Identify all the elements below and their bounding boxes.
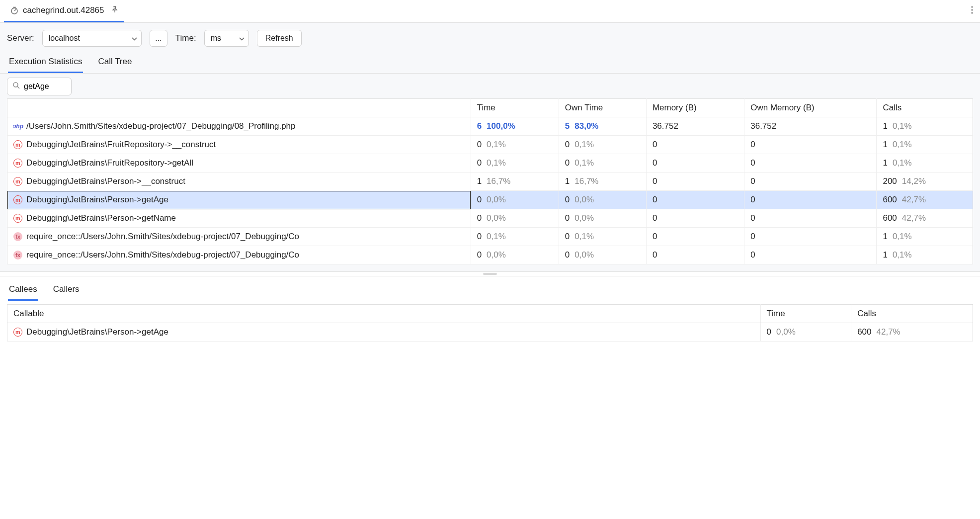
pin-icon[interactable] bbox=[111, 5, 118, 15]
table-row[interactable]: php/Users/John.Smith/Sites/xdebug-projec… bbox=[7, 117, 973, 136]
tab-call-tree[interactable]: Call Tree bbox=[97, 54, 133, 73]
callable-name: Debugging\JetBrains\FruitRepository->__c… bbox=[26, 140, 216, 150]
cell-time: 6100,0% bbox=[471, 117, 559, 136]
cell-calls: 60042,7% bbox=[877, 209, 973, 228]
refresh-button[interactable]: Refresh bbox=[257, 30, 302, 47]
col-memory[interactable]: Memory (B) bbox=[646, 99, 744, 117]
detail-panel: Callable Time Calls mDebugging\JetBrains… bbox=[0, 304, 980, 350]
col-callable[interactable]: Callable bbox=[7, 305, 761, 323]
stats-table: Time Own Time Memory (B) Own Memory (B) … bbox=[7, 98, 973, 264]
callable-name: Debugging\JetBrains\Person->__construct bbox=[26, 176, 185, 186]
callable-name: Debugging\JetBrains\Person->getAge bbox=[26, 327, 168, 337]
table-row[interactable]: mDebugging\JetBrains\FruitRepository->__… bbox=[7, 136, 973, 154]
table-row[interactable]: mDebugging\JetBrains\Person->getAge00,0%… bbox=[7, 191, 973, 209]
search-input[interactable] bbox=[24, 82, 66, 91]
file-tab-title: cachegrind.out.42865 bbox=[23, 5, 104, 15]
function-icon: fx bbox=[13, 232, 22, 241]
time-unit-select[interactable]: ms bbox=[204, 30, 249, 47]
callable-name: Debugging\JetBrains\Person->getAge bbox=[26, 195, 168, 205]
cell-own-time: 00,0% bbox=[559, 209, 646, 228]
cell-own-memory: 0 bbox=[744, 136, 877, 154]
method-icon: m bbox=[13, 328, 22, 337]
col-calls[interactable]: Calls bbox=[877, 99, 973, 117]
time-unit-value: ms bbox=[211, 34, 221, 43]
function-icon: fx bbox=[13, 251, 22, 260]
search-input-wrap[interactable] bbox=[7, 78, 72, 95]
col-own-time[interactable]: Own Time bbox=[559, 99, 646, 117]
file-tab[interactable]: cachegrind.out.42865 bbox=[4, 0, 124, 22]
method-icon: m bbox=[13, 159, 22, 168]
method-icon: m bbox=[13, 177, 22, 186]
col-callable[interactable] bbox=[7, 99, 471, 117]
cell-memory: 0 bbox=[646, 136, 744, 154]
search-icon bbox=[12, 82, 20, 91]
view-tabs: Execution Statistics Call Tree bbox=[0, 49, 980, 74]
time-label: Time: bbox=[175, 33, 196, 43]
cell-own-time: 00,0% bbox=[559, 246, 646, 264]
callable-name: require_once::/Users/John.Smith/Sites/xd… bbox=[26, 250, 299, 260]
table-header-row: Callable Time Calls bbox=[7, 305, 973, 323]
table-row[interactable]: mDebugging\JetBrains\Person->__construct… bbox=[7, 173, 973, 191]
callable-name: Debugging\JetBrains\FruitRepository->get… bbox=[26, 158, 193, 168]
cell-own-time: 00,0% bbox=[559, 191, 646, 209]
cell-memory: 0 bbox=[646, 246, 744, 264]
table-row[interactable]: mDebugging\JetBrains\FruitRepository->ge… bbox=[7, 154, 973, 173]
server-select[interactable]: localhost bbox=[42, 30, 142, 47]
table-row[interactable]: mDebugging\JetBrains\Person->getAge00,0%… bbox=[7, 323, 973, 342]
server-browse-button[interactable]: ... bbox=[150, 30, 167, 47]
callees-table: Callable Time Calls mDebugging\JetBrains… bbox=[7, 304, 973, 342]
cell-time: 00,0% bbox=[471, 246, 559, 264]
method-icon: m bbox=[13, 214, 22, 223]
cell-memory: 0 bbox=[646, 191, 744, 209]
cell-own-memory: 0 bbox=[744, 246, 877, 264]
col-own-memory[interactable]: Own Memory (B) bbox=[744, 99, 877, 117]
cell-calls: 20014,2% bbox=[877, 173, 973, 191]
cell-calls: 10,1% bbox=[877, 136, 973, 154]
cell-calls: 10,1% bbox=[877, 117, 973, 136]
cell-calls: 10,1% bbox=[877, 154, 973, 173]
callable-name: /Users/John.Smith/Sites/xdebug-project/0… bbox=[26, 121, 296, 131]
server-select-value: localhost bbox=[49, 34, 80, 43]
svg-point-6 bbox=[13, 83, 18, 87]
file-tab-bar: cachegrind.out.42865 bbox=[0, 0, 980, 23]
svg-point-5 bbox=[971, 12, 973, 13]
method-icon: m bbox=[13, 195, 22, 204]
tab-callers[interactable]: Callers bbox=[52, 281, 81, 301]
table-row[interactable]: mDebugging\JetBrains\Person->getName00,0… bbox=[7, 209, 973, 228]
svg-point-4 bbox=[971, 9, 973, 10]
cell-time: 00,0% bbox=[471, 209, 559, 228]
cell-own-time: 583,0% bbox=[559, 117, 646, 136]
cell-memory: 36.752 bbox=[646, 117, 744, 136]
col-calls[interactable]: Calls bbox=[851, 305, 973, 323]
php-file-icon: php bbox=[13, 122, 22, 131]
svg-line-1 bbox=[14, 9, 16, 11]
cell-memory: 0 bbox=[646, 173, 744, 191]
col-time[interactable]: Time bbox=[471, 99, 559, 117]
main-panel: Time Own Time Memory (B) Own Memory (B) … bbox=[0, 74, 980, 271]
callable-name: require_once::/Users/John.Smith/Sites/xd… bbox=[26, 232, 299, 242]
cell-own-time: 116,7% bbox=[559, 173, 646, 191]
table-row[interactable]: fxrequire_once::/Users/John.Smith/Sites/… bbox=[7, 228, 973, 246]
cell-memory: 0 bbox=[646, 228, 744, 246]
callable-name: Debugging\JetBrains\Person->getName bbox=[26, 213, 176, 223]
cell-time: 00,0% bbox=[760, 323, 851, 342]
cell-calls: 60042,7% bbox=[877, 191, 973, 209]
cell-own-memory: 0 bbox=[744, 209, 877, 228]
more-menu-icon[interactable] bbox=[968, 6, 976, 16]
table-header-row: Time Own Time Memory (B) Own Memory (B) … bbox=[7, 99, 973, 117]
cell-time: 116,7% bbox=[471, 173, 559, 191]
cell-own-time: 00,1% bbox=[559, 136, 646, 154]
tab-execution-statistics[interactable]: Execution Statistics bbox=[8, 54, 83, 73]
table-row[interactable]: fxrequire_once::/Users/John.Smith/Sites/… bbox=[7, 246, 973, 264]
chevron-down-icon bbox=[239, 34, 245, 43]
cell-memory: 0 bbox=[646, 209, 744, 228]
toolbar: Server: localhost ... Time: ms Refresh bbox=[0, 23, 980, 49]
cell-own-memory: 0 bbox=[744, 228, 877, 246]
cell-memory: 0 bbox=[646, 154, 744, 173]
cell-calls: 10,1% bbox=[877, 228, 973, 246]
tab-callees[interactable]: Callees bbox=[8, 281, 38, 301]
cell-time: 00,0% bbox=[471, 191, 559, 209]
method-icon: m bbox=[13, 140, 22, 149]
splitter[interactable] bbox=[0, 271, 980, 276]
col-time[interactable]: Time bbox=[760, 305, 851, 323]
